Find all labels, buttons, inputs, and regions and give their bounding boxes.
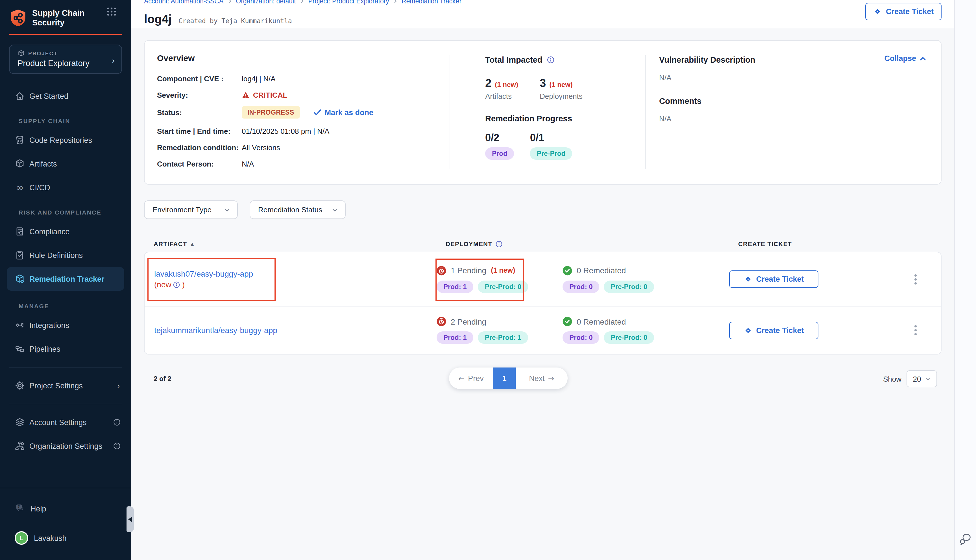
chevron-separator-icon: [300, 0, 304, 3]
sidebar-item-help[interactable]: ? Help: [0, 497, 131, 520]
project-label: PROJECT: [28, 50, 58, 57]
arrow-right-icon: →: [548, 374, 554, 382]
breadcrumb-organization[interactable]: Organization: default: [236, 0, 296, 5]
sidebar-item-organization-settings[interactable]: Organization Settings: [0, 434, 131, 458]
row-create-ticket-button[interactable]: Create Ticket: [729, 270, 818, 288]
preprod-progress: 0/1 Pre-Prod: [530, 132, 572, 160]
total-impacted-title: Total Impacted: [485, 55, 542, 64]
info-icon[interactable]: [496, 240, 503, 248]
row-menu-kebab-icon[interactable]: [907, 322, 924, 339]
sidebar-item-get-started[interactable]: Get Started: [0, 84, 131, 108]
pending-count: 1 Pending: [451, 266, 486, 275]
sidebar-divider: [9, 403, 122, 404]
chevron-right-icon: ›: [112, 56, 115, 65]
row-create-ticket-button[interactable]: Create Ticket: [729, 322, 818, 339]
ticket-diamond-icon: [744, 275, 752, 283]
filter-bar: Environment Type Remediation Status: [144, 200, 941, 219]
right-rail: [954, 0, 976, 560]
ticket-cell: Create Ticket: [729, 270, 845, 288]
sidebar-item-label: Rule Definitions: [29, 251, 83, 259]
column-header-artifact[interactable]: ARTIFACT ▲: [153, 240, 445, 247]
remediation-status-filter[interactable]: Remediation Status: [250, 200, 346, 219]
sidebar-item-label: Artifacts: [29, 160, 57, 168]
remediation-progress-title: Remediation Progress: [485, 114, 638, 123]
supply-chain-security-logo-icon: [9, 8, 27, 27]
page-title: log4j: [144, 12, 172, 26]
breadcrumb: Account: Automation-SSCA Organization: d…: [144, 0, 461, 5]
arrow-left-icon: ←: [458, 374, 465, 382]
layers-gear-icon: [15, 417, 25, 427]
sidebar-item-code-repositories[interactable]: Code Repositories: [0, 128, 131, 152]
page-size-select[interactable]: 20: [906, 370, 937, 387]
check-icon: [313, 109, 321, 116]
pagination-summary: 2 of 2: [153, 375, 172, 383]
chevron-separator-icon: [227, 0, 232, 3]
sort-ascending-icon: ▲: [190, 241, 194, 247]
row-menu-kebab-icon[interactable]: [907, 271, 924, 288]
sidebar-item-cicd[interactable]: ∞ CI/CD: [0, 175, 131, 199]
info-icon[interactable]: [547, 56, 555, 64]
remediated-count: 0 Remediated: [577, 317, 626, 326]
sidebar-item-compliance[interactable]: Compliance: [0, 220, 131, 243]
sidebar-item-integrations[interactable]: Integrations: [0, 313, 131, 337]
preprod-badge: Pre-Prod: 1: [478, 332, 528, 344]
prod-badge: Prod: 0: [562, 332, 599, 344]
artifacts-new-badge: (1 new): [495, 81, 518, 88]
sidebar-item-label: Organization Settings: [29, 442, 102, 450]
pagination-bar: 2 of 2 ← Prev 1 Next → Show 20: [144, 363, 941, 391]
current-page-button[interactable]: 1: [493, 368, 516, 389]
overview-title: Overview: [157, 53, 442, 63]
user-menu[interactable]: L Lavakush: [0, 527, 131, 549]
page-header: Account: Automation-SSCA Organization: d…: [131, 0, 954, 28]
sidebar-item-remediation-tracker[interactable]: Remediation Tracker: [7, 267, 124, 291]
section-label-risk-compliance: RISK AND COMPLIANCE: [18, 207, 131, 217]
info-icon[interactable]: [173, 281, 180, 288]
app-grid-icon[interactable]: [107, 7, 116, 16]
sidebar-collapse-handle[interactable]: [127, 507, 134, 532]
create-ticket-button[interactable]: Create Ticket: [866, 3, 941, 20]
field-value: log4j | N/A: [242, 74, 275, 83]
environment-type-filter[interactable]: Environment Type: [144, 200, 238, 219]
project-selector[interactable]: PROJECT Product Exploratory ›: [9, 45, 122, 74]
sidebar-divider: [9, 367, 122, 368]
table-row: tejakummarikuntla/easy-buggy-app 2 Pendi…: [145, 306, 941, 354]
column-header-deployment: DEPLOYMENT: [445, 240, 572, 248]
collapse-toggle[interactable]: Collapse: [884, 54, 926, 63]
preprod-badge: Pre-Prod: [530, 147, 572, 160]
sidebar-item-pipelines[interactable]: Pipelines: [0, 337, 131, 361]
next-page-button[interactable]: Next →: [516, 368, 568, 389]
show-label: Show: [883, 375, 901, 383]
breadcrumb-project[interactable]: Project: Product Exploratory: [309, 0, 389, 5]
chevron-up-icon: [919, 55, 926, 62]
info-icon[interactable]: [113, 442, 121, 450]
field-label: Component | CVE :: [157, 74, 242, 83]
artifact-link[interactable]: lavakush07/easy-buggy-app: [154, 268, 437, 279]
artifact-link[interactable]: tejakummarikuntla/easy-buggy-app: [154, 325, 437, 336]
sidebar-item-project-settings[interactable]: Project Settings ›: [0, 374, 131, 397]
pending-new-badge: (1 new): [491, 267, 515, 274]
prev-page-button[interactable]: ← Prev: [449, 368, 493, 389]
integrations-icon: [15, 320, 25, 330]
pending-cell: 1 Pending (1 new) Prod: 1 Pre-Prod: 0: [437, 266, 562, 293]
support-chat-icon[interactable]: [959, 533, 971, 545]
sidebar-item-label: CI/CD: [29, 183, 50, 192]
sidebar-item-rule-definitions[interactable]: Rule Definitions: [0, 243, 131, 267]
deployments-label: Deployments: [540, 92, 582, 100]
breadcrumb-account[interactable]: Account: Automation-SSCA: [144, 0, 224, 5]
sidebar-item-label: Code Repositories: [29, 136, 92, 144]
overview-row-contact: Contact Person: N/A: [157, 158, 442, 169]
user-name: Lavakush: [34, 534, 67, 542]
remediated-check-icon: [562, 317, 572, 326]
description-section: Vulnerability Description N/A Comments N…: [659, 55, 873, 123]
prod-badge: Prod: [485, 147, 514, 160]
pending-clock-icon: [437, 266, 446, 275]
sidebar-item-label: Remediation Tracker: [29, 275, 105, 283]
info-icon[interactable]: [113, 418, 121, 426]
sidebar-item-artifacts[interactable]: Artifacts: [0, 152, 131, 175]
mark-as-done-link[interactable]: Mark as done: [313, 108, 373, 117]
field-label: Status:: [157, 108, 242, 117]
help-chat-icon: ?: [15, 503, 25, 514]
total-impacted-section: Total Impacted 2 (1 new): [485, 55, 638, 160]
breadcrumb-current[interactable]: Remediation Tracker: [402, 0, 461, 5]
sidebar-item-account-settings[interactable]: Account Settings: [0, 410, 131, 434]
